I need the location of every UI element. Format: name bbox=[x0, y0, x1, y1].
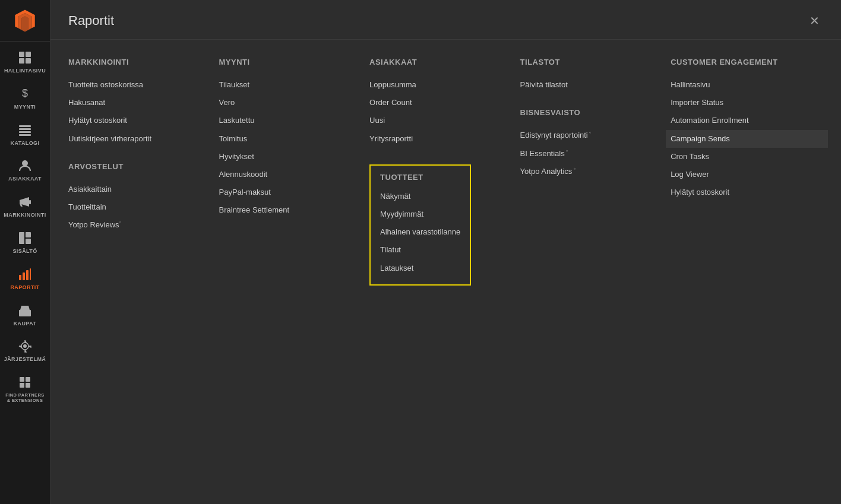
menu-item-loppusumma[interactable]: Loppusumma bbox=[369, 76, 508, 94]
menu-item-toimitus[interactable]: Toimitus bbox=[219, 130, 358, 148]
markkinointi-icon bbox=[17, 194, 33, 210]
main-content: Raportit ✕ Markkinointi Tuotteita ostosk… bbox=[50, 0, 841, 504]
sidebar-item-sisalto[interactable]: SISÄLTÖ bbox=[0, 224, 50, 261]
svg-rect-21 bbox=[23, 312, 27, 316]
page-header: Raportit ✕ bbox=[50, 0, 841, 40]
svg-point-22 bbox=[23, 344, 27, 348]
svg-rect-25 bbox=[26, 377, 30, 382]
svg-rect-13 bbox=[19, 232, 24, 244]
menu-item-bi-essentials[interactable]: BI Essentials ᵉ bbox=[520, 145, 659, 163]
sidebar-item-katalogi[interactable]: KATALOGI bbox=[0, 116, 50, 153]
svg-rect-14 bbox=[26, 232, 31, 237]
menu-item-cron-tasks[interactable]: Cron Tasks bbox=[671, 148, 823, 166]
sidebar-item-hallintasivu-label: HALLINTASIVU bbox=[4, 68, 46, 74]
svg-rect-10 bbox=[19, 134, 31, 136]
svg-rect-17 bbox=[23, 272, 25, 280]
sidebar-item-raportit[interactable]: RAPORTIT bbox=[0, 261, 50, 297]
menu-item-campaign-sends[interactable]: Campaign Sends bbox=[666, 130, 828, 148]
menu-item-uusi[interactable]: Uusi bbox=[369, 112, 508, 129]
menu-item-importer-status[interactable]: Importer Status bbox=[671, 94, 823, 112]
svg-rect-3 bbox=[19, 52, 24, 57]
menu-item-tilatut[interactable]: Tilatut bbox=[380, 241, 460, 259]
menu-item-edistynyt[interactable]: Edistynyt raportointi ᵉ bbox=[520, 126, 659, 145]
menu-item-tuotteittain[interactable]: Tuotteittain bbox=[68, 198, 207, 216]
myynti-icon: $ bbox=[17, 86, 33, 102]
tuotteet-header: Tuotteet bbox=[380, 173, 460, 182]
menu-item-paypal[interactable]: PayPal-maksut bbox=[219, 183, 358, 201]
arvostelut-header: Arvostelut bbox=[68, 162, 207, 171]
kaupat-icon bbox=[17, 303, 33, 318]
menu-item-paivita-tilastot[interactable]: Päivitä tilastot bbox=[520, 76, 659, 94]
menu-item-yritysraportti[interactable]: Yritysraportti bbox=[369, 130, 508, 148]
svg-rect-5 bbox=[19, 58, 24, 64]
svg-rect-24 bbox=[20, 377, 24, 382]
myynti-header: Myynti bbox=[219, 58, 358, 66]
svg-rect-7 bbox=[19, 125, 31, 127]
menu-item-hakusanat[interactable]: Hakusanat bbox=[68, 94, 207, 112]
sidebar-logo bbox=[0, 0, 50, 42]
svg-rect-15 bbox=[26, 239, 31, 244]
menu-item-laskutettu[interactable]: Laskutettu bbox=[219, 112, 358, 129]
sidebar-item-markkinointi-label: MARKKINOINTI bbox=[4, 212, 46, 218]
menu-item-alennuskoodit[interactable]: Alennuskoodit bbox=[219, 166, 358, 183]
sidebar-item-asiakkaat-label: ASIAKKAAT bbox=[8, 176, 42, 182]
partners-icon bbox=[17, 375, 33, 390]
sidebar-item-myynti-label: MYYNTI bbox=[14, 104, 36, 110]
sidebar-item-myynti[interactable]: $ MYYNTI bbox=[0, 80, 50, 116]
menu-item-yotpo-reviews[interactable]: Yotpo Reviewsᵉ bbox=[68, 216, 207, 234]
tilastot-header: Tilastot bbox=[520, 58, 659, 66]
menu-item-yotpo-analytics[interactable]: Yotpo Analytics ᵉ bbox=[520, 163, 659, 181]
menu-item-tuotteita-ostoskorissa[interactable]: Tuotteita ostoskorissa bbox=[68, 76, 207, 94]
menu-item-braintree[interactable]: Braintree Settlement bbox=[219, 201, 358, 219]
menu-item-log-viewer[interactable]: Log Viewer bbox=[671, 166, 823, 183]
svg-marker-2 bbox=[21, 16, 28, 31]
jarjestelma-icon bbox=[17, 338, 33, 354]
svg-point-11 bbox=[22, 160, 28, 166]
sidebar-item-jarjestelma[interactable]: JÄRJESTELMÄ bbox=[0, 332, 50, 369]
menu-item-asiakkaittain[interactable]: Asiakkaittain bbox=[68, 180, 207, 198]
sidebar-item-asiakkaat[interactable]: ASIAKKAAT bbox=[0, 152, 50, 188]
menu-item-ce-hylatyt-ostoskorit[interactable]: Hylätyt ostoskorit bbox=[671, 183, 823, 201]
menu-item-hyvitykset[interactable]: Hyvitykset bbox=[219, 148, 358, 166]
sidebar: HALLINTASIVU $ MYYNTI KATALOGI ASIAKKAAT bbox=[0, 0, 50, 504]
sidebar-item-kaupat[interactable]: KAUPAT bbox=[0, 297, 50, 333]
menu-grid: Markkinointi Tuotteita ostoskorissa Haku… bbox=[50, 40, 841, 504]
page-title: Raportit bbox=[68, 13, 114, 28]
asiakkaat-icon bbox=[17, 158, 33, 173]
customer-engagement-column: Customer Engagement Hallintasivu Importe… bbox=[671, 58, 823, 486]
menu-item-nakyymat[interactable]: Näkymät bbox=[380, 188, 460, 205]
menu-item-uutiskirjeen[interactable]: Uutiskirjeen virheraportit bbox=[68, 130, 207, 148]
sidebar-item-sisalto-label: SISÄLTÖ bbox=[12, 248, 37, 255]
menu-item-lataukset[interactable]: Lataukset bbox=[380, 259, 460, 277]
menu-item-tilaukset[interactable]: Tilaukset bbox=[219, 76, 358, 94]
magento-logo-icon bbox=[12, 8, 38, 34]
sidebar-item-katalogi-label: KATALOGI bbox=[11, 140, 40, 147]
raportit-icon bbox=[17, 267, 33, 282]
sidebar-item-raportit-label: RAPORTIT bbox=[10, 284, 39, 291]
svg-rect-27 bbox=[26, 383, 30, 388]
menu-item-ce-hallintasivu[interactable]: Hallintasivu bbox=[671, 76, 823, 94]
myynti-column: Myynti Tilaukset Vero Laskutettu Toimitu… bbox=[219, 58, 370, 486]
ce-header: Customer Engagement bbox=[671, 58, 823, 66]
svg-rect-6 bbox=[26, 58, 31, 64]
katalogi-icon bbox=[17, 122, 33, 138]
menu-item-myydyimmat[interactable]: Myydyimmät bbox=[380, 205, 460, 223]
close-button[interactable]: ✕ bbox=[805, 12, 823, 30]
menu-item-vero[interactable]: Vero bbox=[219, 94, 358, 112]
svg-rect-8 bbox=[19, 128, 31, 130]
sidebar-item-jarjestelma-label: JÄRJESTELMÄ bbox=[4, 356, 46, 363]
menu-item-hylatyt-ostoskorit[interactable]: Hylätyt ostoskorit bbox=[68, 112, 207, 129]
sisalto-icon bbox=[17, 230, 33, 246]
asiakkaat-column: Asiakkaat Loppusumma Order Count Uusi Yr… bbox=[369, 58, 520, 486]
sidebar-item-hallintasivu[interactable]: HALLINTASIVU bbox=[0, 44, 50, 80]
menu-item-automation-enrollment[interactable]: Automation Enrollment bbox=[671, 112, 823, 129]
sidebar-item-markkinointi[interactable]: MARKKINOINTI bbox=[0, 188, 50, 224]
sidebar-item-partners[interactable]: FIND PARTNERS& EXTENSIONS bbox=[0, 369, 50, 409]
sidebar-item-kaupat-label: KAUPAT bbox=[14, 321, 37, 327]
products-highlighted-box: Tuotteet Näkymät Myydyimmät Alhainen var… bbox=[369, 164, 471, 286]
svg-rect-19 bbox=[30, 268, 31, 280]
hallintasivu-icon bbox=[17, 50, 33, 65]
menu-item-order-count[interactable]: Order Count bbox=[369, 94, 508, 112]
menu-item-alhainen-varasto[interactable]: Alhainen varastotilanne bbox=[380, 223, 460, 241]
markkinointi-column: Markkinointi Tuotteita ostoskorissa Haku… bbox=[68, 58, 219, 486]
